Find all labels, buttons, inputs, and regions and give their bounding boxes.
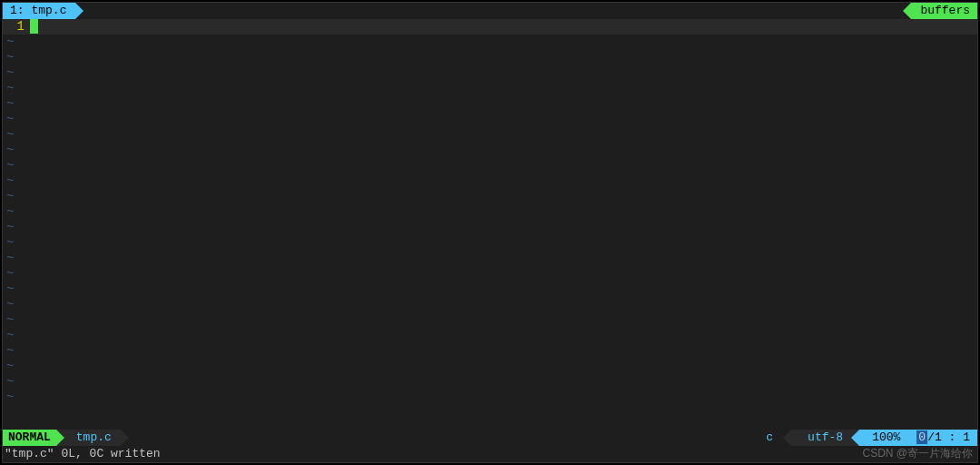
status-sep: : xyxy=(942,430,963,444)
empty-line-marker: ~ xyxy=(3,143,977,158)
command-line[interactable]: "tmp.c" 0L, 0C written xyxy=(3,446,977,462)
empty-line-marker: ~ xyxy=(3,50,977,65)
line-number: 1 xyxy=(17,19,24,34)
empty-line-marker: ~ xyxy=(3,297,977,312)
status-cur-line: 0 xyxy=(916,430,927,444)
status-percent: 100% xyxy=(859,430,909,446)
status-filetype-text: c xyxy=(766,430,773,444)
status-filename-text: tmp.c xyxy=(76,430,112,444)
line-gutter: 1 xyxy=(3,19,30,35)
tab-right-group: buffers xyxy=(911,3,977,19)
empty-line-marker: ~ xyxy=(3,127,977,143)
empty-line-marker: ~ xyxy=(3,374,977,390)
editor-area[interactable]: 1 ~~~~~~~~~~~~~~~~~~~~~~~~ xyxy=(3,19,977,430)
mode-indicator: NORMAL xyxy=(3,430,56,446)
tab-list: 1: tmp.c xyxy=(3,3,75,19)
empty-line-marker: ~ xyxy=(3,158,977,173)
empty-line-marker: ~ xyxy=(3,359,977,374)
empty-line-marker: ~ xyxy=(3,204,977,220)
status-spacer xyxy=(121,430,748,446)
empty-line-marker: ~ xyxy=(3,282,977,297)
mode-text: NORMAL xyxy=(8,430,51,444)
status-encoding-text: utf-8 xyxy=(808,430,843,444)
empty-line-marker: ~ xyxy=(3,312,977,328)
empty-line-marker: ~ xyxy=(3,328,977,343)
status-slash: / xyxy=(927,430,935,444)
empty-line-marker: ~ xyxy=(3,343,977,359)
empty-line-marker: ~ xyxy=(3,266,977,282)
empty-line-marker: ~ xyxy=(3,112,977,127)
empty-line-marker: ~ xyxy=(3,35,977,50)
empty-line-marker: ~ xyxy=(3,189,977,204)
cursor-block xyxy=(30,19,38,34)
empty-line-marker: ~ xyxy=(3,173,977,189)
tab-filename: tmp.c xyxy=(31,4,66,17)
empty-line-marker: ~ xyxy=(3,390,977,405)
empty-line-marker: ~ xyxy=(3,235,977,251)
status-filename: tmp.c xyxy=(56,430,121,446)
status-percent-text: 100% xyxy=(872,430,900,444)
empty-line-marker: ~ xyxy=(3,81,977,96)
empty-line-marker: ~ xyxy=(3,251,977,266)
buffers-indicator[interactable]: buffers xyxy=(911,3,977,19)
empty-lines-area: ~~~~~~~~~~~~~~~~~~~~~~~~ xyxy=(3,35,977,405)
status-col: 1 xyxy=(963,430,970,444)
status-total-lines: 1 xyxy=(935,430,942,444)
empty-line-marker: ~ xyxy=(3,220,977,235)
tab-index: 1: xyxy=(10,4,24,17)
tab-bar: 1: tmp.c buffers xyxy=(3,3,977,19)
line-content[interactable] xyxy=(30,19,977,35)
empty-line-marker: ~ xyxy=(3,96,977,112)
buffer-tab[interactable]: 1: tmp.c xyxy=(3,3,75,19)
command-message: "tmp.c" 0L, 0C written xyxy=(5,447,161,460)
terminal-window: 1: tmp.c buffers 1 ~~~~~~~~~~~~~~~~~~~~~… xyxy=(2,2,978,463)
status-line: NORMAL tmp.c c utf-8 100% 0/1 : 1 xyxy=(3,430,977,446)
editor-line[interactable]: 1 xyxy=(3,19,977,35)
status-position: 0/1 : 1 xyxy=(909,430,977,446)
status-encoding: utf-8 xyxy=(791,430,859,446)
empty-line-marker: ~ xyxy=(3,65,977,81)
